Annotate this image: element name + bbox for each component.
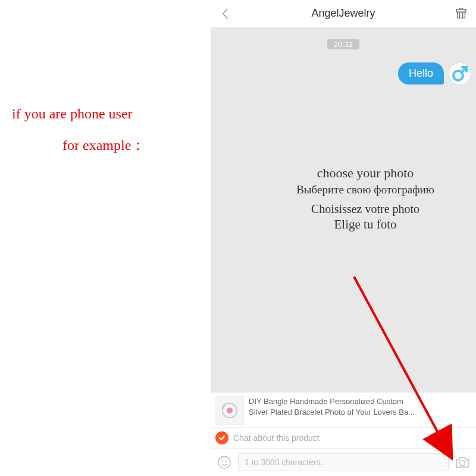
phone-frame: AngelJewelry 20:31 Hello choose your pho… xyxy=(211,0,476,476)
emoji-icon[interactable] xyxy=(215,453,233,471)
product-description: DIY Bangle Handmade Personalized Custom … xyxy=(249,396,471,417)
input-bar xyxy=(211,448,476,476)
timestamp-badge: 20:31 xyxy=(327,39,359,49)
instruction-en: choose your photo xyxy=(264,165,466,181)
instruction-overlay: choose your photo Выберите свою фотограф… xyxy=(264,165,466,232)
product-line-1: DIY Bangle Handmade Personalized Custom xyxy=(249,396,471,407)
svg-point-5 xyxy=(226,461,227,462)
message-row: Hello xyxy=(211,62,476,85)
svg-point-2 xyxy=(227,408,233,414)
message-input[interactable] xyxy=(238,453,449,471)
instruction-ru: Выберите свою фотографию xyxy=(264,183,466,196)
annotation-line-2: for example： xyxy=(62,136,145,155)
product-thumbnail xyxy=(215,396,244,425)
chat-title: AngelJewelry xyxy=(234,7,452,20)
back-icon[interactable] xyxy=(217,5,234,23)
chat-header: AngelJewelry xyxy=(211,0,476,27)
camera-icon[interactable] xyxy=(453,453,471,471)
svg-point-3 xyxy=(218,456,230,468)
instruction-fr: Choisissez votre photo xyxy=(264,202,466,216)
svg-point-4 xyxy=(221,461,223,462)
chat-about-row[interactable]: Chat about this product xyxy=(211,427,476,448)
svg-point-6 xyxy=(460,461,465,466)
product-strip[interactable]: DIY Bangle Handmade Personalized Custom … xyxy=(211,392,476,427)
male-symbol-icon xyxy=(450,64,469,83)
instruction-es: Elige tu foto xyxy=(264,217,466,232)
shop-icon[interactable] xyxy=(452,5,470,23)
chat-body: 20:31 Hello choose your photo Выберите с… xyxy=(211,27,476,392)
check-icon xyxy=(215,431,228,444)
message-bubble: Hello xyxy=(398,62,444,84)
avatar[interactable] xyxy=(449,62,471,85)
annotation-line-1: if you are phone user xyxy=(12,106,133,122)
product-line-2: Silver Plated Bracelet Photo of Your Lov… xyxy=(249,407,471,418)
chat-about-label: Chat about this product xyxy=(233,433,320,443)
